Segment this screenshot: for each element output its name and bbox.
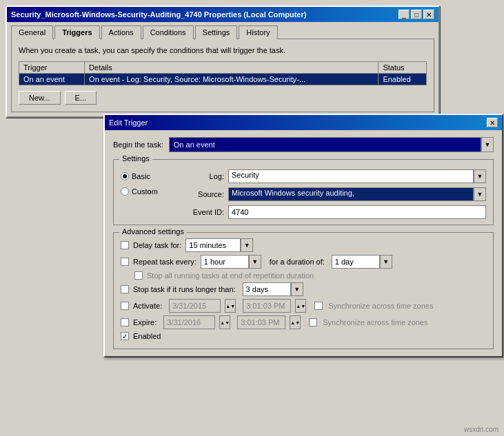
main-window: Security_Microsoft-Windows-Security-Audi… xyxy=(6,6,440,118)
radio-custom-label: Custom xyxy=(132,187,158,196)
activate-checkbox[interactable] xyxy=(121,302,129,310)
activate-time[interactable] xyxy=(243,299,291,313)
dialog-title-text: Edit Trigger xyxy=(109,118,148,127)
log-arrow[interactable]: ▼ xyxy=(474,169,486,183)
repeat-task-row: Repeat task every: ▼ for a duration of: … xyxy=(121,255,486,269)
stop-running-checkbox[interactable] xyxy=(134,271,143,280)
expire-label: Expire: xyxy=(133,318,157,326)
tab-general[interactable]: General xyxy=(11,25,53,39)
radio-col: Basic Custom xyxy=(121,169,176,219)
tabs-area: General Triggers Actions Conditions Sett… xyxy=(7,22,439,39)
log-dropdown: Security ▼ xyxy=(228,169,486,183)
expire-sync-label: Synchronize across time zones xyxy=(323,318,427,326)
activate-label: Activate: xyxy=(133,302,162,310)
repeat-task-value[interactable] xyxy=(201,255,249,269)
delay-task-arrow[interactable]: ▼ xyxy=(241,238,253,252)
details-cell: On event - Log: Security, Source: Micros… xyxy=(85,74,379,85)
main-title-bar: Security_Microsoft-Windows-Security-Audi… xyxy=(7,7,439,22)
enabled-label: Enabled xyxy=(133,332,161,340)
expire-date-spin[interactable]: ▲▼ xyxy=(219,315,230,329)
source-value[interactable]: Microsoft Windows security auditing, xyxy=(228,187,474,201)
expire-row: Expire: ▲▼ ▲▼ Synchronize across time zo… xyxy=(121,315,486,329)
stop-longer-checkbox[interactable] xyxy=(121,285,129,293)
repeat-task-arrow[interactable]: ▼ xyxy=(249,255,261,269)
eventid-input[interactable] xyxy=(228,205,486,219)
tab-settings[interactable]: Settings xyxy=(195,25,238,39)
radio-basic-label: Basic xyxy=(132,172,150,180)
tab-conditions[interactable]: Conditions xyxy=(143,25,194,39)
duration-value[interactable] xyxy=(332,255,380,269)
log-row: Log: Security ▼ xyxy=(183,169,486,183)
log-value[interactable]: Security xyxy=(228,169,474,183)
table-row[interactable]: On an event On event - Log: Security, So… xyxy=(19,74,427,85)
col-trigger: Trigger xyxy=(19,62,85,74)
activate-time-spin[interactable]: ▲▼ xyxy=(295,299,306,313)
main-title: Security_Microsoft-Windows-Security-Audi… xyxy=(11,10,306,19)
new-button[interactable]: New... xyxy=(19,91,61,105)
repeat-task-checkbox[interactable] xyxy=(121,258,129,266)
begin-task-dropdown: On an event ▼ xyxy=(169,137,494,152)
stop-if-longer-row: Stop task if it runs longer than: ▼ xyxy=(121,282,486,296)
log-label: Log: xyxy=(183,172,224,180)
settings-group: Settings Basic Custom Log: xyxy=(113,159,494,225)
col-details: Details xyxy=(85,62,379,74)
enabled-checkbox[interactable]: ✓ xyxy=(121,332,129,340)
edit-trigger-dialog: Edit Trigger ✕ Begin the task: On an eve… xyxy=(103,114,503,357)
dialog-title-bar: Edit Trigger ✕ xyxy=(105,115,502,130)
delay-task-row: Delay task for: ▼ xyxy=(121,238,486,252)
settings-inner: Basic Custom Log: Security ▼ xyxy=(121,169,486,219)
delay-task-value[interactable] xyxy=(185,238,241,252)
radio-basic-circle xyxy=(121,172,129,180)
expire-date[interactable] xyxy=(163,315,215,329)
radio-basic[interactable]: Basic xyxy=(121,172,176,180)
activate-row: Activate: ▲▼ ▲▼ Synchronize across time … xyxy=(121,299,486,313)
delay-task-checkbox[interactable] xyxy=(121,241,129,249)
trigger-table: Trigger Details Status On an event On ev… xyxy=(19,61,427,85)
source-dropdown: Microsoft Windows security auditing, ▼ xyxy=(228,187,486,201)
begin-task-row: Begin the task: On an event ▼ xyxy=(113,137,494,152)
expire-time-spin[interactable]: ▲▼ xyxy=(290,315,301,329)
activate-date[interactable] xyxy=(169,299,221,313)
stop-longer-value[interactable] xyxy=(243,282,291,296)
enabled-row: ✓ Enabled xyxy=(121,332,486,340)
delay-task-label: Delay task for: xyxy=(133,241,181,249)
duration-arrow[interactable]: ▼ xyxy=(380,255,392,269)
source-label: Source: xyxy=(183,190,224,198)
tab-actions[interactable]: Actions xyxy=(101,25,141,39)
stop-running-label: Stop all running tasks at end of repetit… xyxy=(147,271,314,280)
delay-task-dropdown: ▼ xyxy=(185,238,253,252)
stop-longer-arrow[interactable]: ▼ xyxy=(291,282,303,296)
activate-date-spin[interactable]: ▲▼ xyxy=(225,299,236,313)
settings-group-label: Settings xyxy=(119,154,152,163)
main-content: When you create a task, you can specify … xyxy=(11,39,434,112)
dialog-close-button[interactable]: ✕ xyxy=(487,118,498,127)
stop-running-row: Stop all running tasks at end of repetit… xyxy=(121,271,486,280)
close-button[interactable]: ✕ xyxy=(423,10,434,19)
fields-col: Log: Security ▼ Source: Microsoft Window… xyxy=(183,169,486,219)
trigger-cell: On an event xyxy=(19,74,85,85)
dialog-body: Begin the task: On an event ▼ Settings B… xyxy=(105,130,502,356)
expire-checkbox[interactable] xyxy=(121,318,129,326)
tab-history[interactable]: History xyxy=(239,25,277,39)
radio-custom[interactable]: Custom xyxy=(121,187,176,196)
eventid-label: Event ID: xyxy=(183,208,224,216)
stop-longer-label: Stop task if it runs longer than: xyxy=(133,285,236,293)
tab-triggers[interactable]: Triggers xyxy=(54,25,99,39)
begin-task-arrow[interactable]: ▼ xyxy=(481,137,494,152)
maximize-button[interactable]: □ xyxy=(411,10,422,19)
source-arrow[interactable]: ▼ xyxy=(474,187,486,201)
activate-sync-label: Synchronize across time zones xyxy=(328,302,433,310)
begin-task-value[interactable]: On an event xyxy=(169,137,481,152)
status-cell: Enabled xyxy=(379,74,427,85)
eventid-row: Event ID: xyxy=(183,205,486,219)
activate-sync-checkbox[interactable] xyxy=(314,302,323,310)
expire-time[interactable] xyxy=(237,315,285,329)
bottom-buttons: New... E... xyxy=(19,91,427,105)
duration-dropdown: ▼ xyxy=(332,255,392,269)
description-text: When you create a task, you can specify … xyxy=(19,46,427,54)
title-bar-buttons: _ □ ✕ xyxy=(399,10,434,19)
minimize-button[interactable]: _ xyxy=(399,10,410,19)
expire-sync-checkbox[interactable] xyxy=(309,318,317,326)
edit-button[interactable]: E... xyxy=(65,91,97,105)
begin-task-label: Begin the task: xyxy=(113,141,163,149)
